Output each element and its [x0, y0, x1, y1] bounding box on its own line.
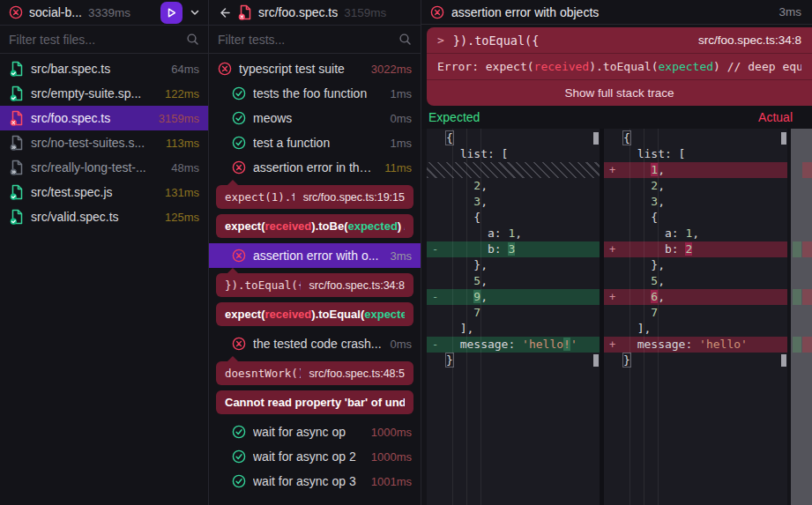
- diff-line: ],: [427, 321, 600, 337]
- test-label: test a function: [253, 136, 383, 150]
- file-row[interactable]: src/really-long-test-...48ms: [0, 155, 208, 180]
- fail-file-icon: [237, 4, 252, 20]
- error-code-snippet: }).toEqual({: [225, 278, 301, 292]
- circle-x-icon: [232, 337, 246, 351]
- test-time: 3ms: [390, 249, 412, 263]
- error-card: > }).toEqual({ src/foo.spec.ts:34:8 Erro…: [427, 27, 812, 106]
- actual-label: Actual: [758, 110, 793, 124]
- diff-line: 2,: [604, 178, 787, 194]
- file-filter-row: [0, 26, 208, 54]
- diff-line: 7: [604, 305, 787, 321]
- file-name: src/really-long-test-...: [31, 160, 164, 175]
- files-panel: social-b... 3339ms src/bar.spec.ts64mssr…: [0, 0, 209, 505]
- circle-x-icon: [232, 249, 246, 263]
- search-icon: [186, 33, 199, 46]
- circle-check-icon: [232, 474, 246, 488]
- test-time: 11ms: [384, 161, 412, 175]
- error-code-box[interactable]: doesntWork()src/foo.spec.ts:48:5: [216, 361, 413, 385]
- diff-line: {: [427, 130, 600, 146]
- added-overview-mark: [802, 162, 812, 178]
- test-row[interactable]: the tested code crash...0ms: [209, 331, 421, 356]
- expected-editor: { list: [ 2, 3, { a: 1,- b: 3 }, 5,- 9, …: [427, 129, 600, 505]
- diff-line: },: [427, 257, 600, 273]
- test-time: 1ms: [390, 87, 412, 100]
- test-row[interactable]: wait for async op 31001ms: [209, 469, 421, 494]
- circle-check-icon: [232, 111, 246, 125]
- file-pass-icon: [9, 61, 24, 77]
- test-row[interactable]: tests the foo function1ms: [209, 81, 421, 106]
- file-time: 122ms: [165, 87, 199, 100]
- file-row[interactable]: src/bar.spec.ts64ms: [0, 56, 208, 81]
- run-tests-button[interactable]: [160, 2, 183, 24]
- test-time: 1000ms: [371, 450, 412, 464]
- diff-line: }: [604, 353, 787, 368]
- bracket-overview-mark: [593, 354, 599, 367]
- error-code-row[interactable]: > }).toEqual({ src/foo.spec.ts:34:8: [427, 27, 812, 54]
- file-name: src/empty-suite.sp...: [31, 86, 158, 100]
- circle-check-icon: [232, 86, 246, 100]
- diff-line: 7: [427, 305, 600, 321]
- diff-overview-ruler[interactable]: [791, 129, 812, 505]
- circle-check-icon: [232, 449, 246, 464]
- file-time: 64ms: [171, 63, 199, 76]
- test-time: 1ms: [390, 137, 412, 150]
- diff-line: }: [427, 353, 600, 368]
- file-row[interactable]: src/empty-suite.sp...122ms: [0, 81, 208, 106]
- test-row[interactable]: wait for async op1000ms: [209, 420, 421, 444]
- test-row[interactable]: assertion error with o...3ms: [209, 243, 421, 268]
- file-time: 131ms: [165, 186, 199, 199]
- diff-line: + b: 2: [604, 241, 787, 257]
- test-row[interactable]: wait for async op 21000ms: [209, 444, 421, 469]
- test-label: typescript test suite: [239, 62, 364, 76]
- bracket-overview-mark: [781, 354, 786, 367]
- diff-line: 5,: [427, 273, 600, 289]
- test-row[interactable]: meows0ms: [209, 106, 421, 130]
- error-message: Cannot read property 'bar' of undef...: [225, 396, 405, 409]
- removed-overview-mark: [793, 289, 801, 305]
- run-options-button[interactable]: [189, 6, 201, 19]
- added-overview-mark: [802, 241, 812, 257]
- circle-check-icon: [232, 136, 246, 150]
- error-message-box[interactable]: expect(received).toBe(expected) //...: [216, 214, 413, 238]
- files-panel-header: social-b... 3339ms: [0, 0, 208, 26]
- diff-editor: { list: [ 2, 3, { a: 1,- b: 3 }, 5,- 9, …: [421, 129, 812, 505]
- show-stack-trace-button[interactable]: Show full stack trace: [427, 80, 812, 106]
- file-row[interactable]: src/foo.spec.ts3159ms: [0, 106, 208, 130]
- diff-line: 3,: [604, 194, 787, 210]
- suite-row[interactable]: typescript test suite3022ms: [209, 56, 421, 81]
- error-code-box[interactable]: }).toEqual({src/foo.spec.ts:34:8: [216, 273, 413, 297]
- file-skip-icon: [9, 135, 24, 151]
- diff-line: + 1,: [604, 162, 787, 178]
- removed-overview-mark: [793, 337, 801, 353]
- error-location: src/foo.spec.ts:48:5: [309, 368, 405, 380]
- file-row[interactable]: src/no-test-suites.s...113ms: [0, 130, 208, 155]
- file-pass-icon: [9, 85, 24, 101]
- file-pass-icon: [9, 184, 24, 200]
- diff-line: + message: 'hello': [604, 337, 787, 353]
- error-location[interactable]: src/foo.spec.ts:34:8: [698, 33, 801, 47]
- chevron-right-icon: >: [437, 33, 444, 47]
- test-time: 0ms: [390, 338, 412, 351]
- file-time: 113ms: [166, 137, 199, 150]
- test-filter-row: [209, 26, 421, 54]
- error-message-box[interactable]: Cannot read property 'bar' of undef...: [216, 390, 413, 414]
- play-icon: [166, 7, 177, 19]
- test-filter-input[interactable]: [218, 33, 393, 47]
- test-time: 0ms: [390, 112, 412, 125]
- tests-panel: src/foo.spec.ts 3159ms typescript test s…: [209, 0, 421, 505]
- file-filter-input[interactable]: [9, 33, 181, 47]
- test-time: 1001ms: [371, 475, 412, 488]
- diff-line: {: [427, 210, 600, 226]
- test-row[interactable]: test a function1ms: [209, 130, 421, 155]
- file-row[interactable]: src/valid.spec.ts125ms: [0, 204, 208, 229]
- error-code-box[interactable]: expect(1).to…src/foo.spec.ts:19:15: [216, 185, 413, 209]
- diff-line: list: [: [427, 146, 600, 162]
- error-code-snippet: expect(1).to…: [225, 190, 294, 204]
- back-button[interactable]: [218, 6, 231, 19]
- current-file-time: 3159ms: [344, 6, 386, 19]
- circle-x-icon: [232, 160, 246, 175]
- test-row[interactable]: assertion error in the ...11ms: [209, 155, 421, 180]
- error-message-box[interactable]: expect(received).toEqual(expected...: [216, 302, 413, 326]
- tests-panel-header: src/foo.spec.ts 3159ms: [209, 0, 421, 26]
- file-row[interactable]: src/test.spec.js131ms: [0, 180, 208, 204]
